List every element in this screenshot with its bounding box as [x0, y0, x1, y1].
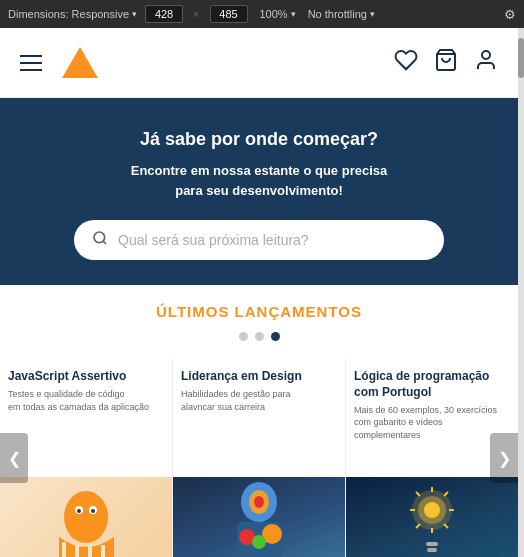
book-image-1 [0, 477, 172, 557]
book-card-2-info: Liderança em Design Habilidades de gestã… [173, 359, 345, 477]
dimensions-chevron-icon: ▾ [132, 9, 137, 19]
book-title-1: JavaScript Assertivo [8, 369, 164, 385]
book-title-3: Lógica de programaçãocom Portugol [354, 369, 510, 400]
height-input[interactable] [210, 5, 248, 23]
svg-point-4 [64, 491, 108, 543]
dimension-separator: × [193, 8, 199, 20]
hero-subtitle: Encontre em nossa estante o que precisap… [20, 161, 498, 200]
book-title-2: Liderança em Design [181, 369, 337, 385]
svg-point-1 [482, 51, 490, 59]
book-figure-3 [405, 482, 460, 557]
zoom-label: 100% [260, 8, 288, 20]
svg-line-3 [103, 241, 106, 244]
devtools-toolbar: Dimensions: Responsive ▾ × 100% ▾ No thr… [0, 0, 524, 28]
dot-1[interactable] [239, 332, 248, 341]
book-image-2 [173, 477, 345, 557]
hamburger-line-1 [20, 55, 42, 57]
browser-viewport: Já sabe por onde começar? Encontre em no… [0, 28, 524, 557]
svg-rect-20 [427, 548, 437, 552]
cart-icon[interactable] [434, 48, 458, 78]
svg-point-11 [254, 496, 264, 508]
book-card-2[interactable]: Liderança em Design Habilidades de gestã… [173, 359, 345, 557]
throttle-selector[interactable]: No throttling ▾ [308, 8, 375, 20]
dimensions-selector[interactable]: Dimensions: Responsive ▾ [8, 8, 137, 20]
throttle-chevron-icon: ▾ [370, 9, 375, 19]
nav-icon-group [394, 48, 498, 78]
search-placeholder-text: Qual será sua próxima leitura? [118, 232, 309, 248]
site-navbar [0, 28, 518, 98]
carousel-prev-button[interactable]: ❮ [0, 433, 28, 483]
toolbar-right-section: ⚙ [504, 7, 516, 22]
svg-point-15 [252, 535, 266, 549]
book-figure-2 [227, 482, 292, 557]
hamburger-line-3 [20, 69, 42, 71]
book-image-3 [346, 477, 518, 557]
svg-point-7 [77, 509, 81, 513]
section-title: ÚLTIMOS LANÇAMENTOS [0, 303, 518, 320]
logo-icon[interactable] [62, 47, 98, 78]
carousel-next-button[interactable]: ❯ [490, 433, 518, 483]
wishlist-icon[interactable] [394, 48, 418, 78]
book-mascot-1 [59, 482, 114, 557]
books-carousel: ❮ JavaScript Assertivo Testes e qualidad… [0, 359, 518, 557]
hero-section: Já sabe por onde começar? Encontre em no… [0, 98, 518, 285]
search-icon [92, 230, 108, 250]
settings-icon[interactable]: ⚙ [504, 7, 516, 22]
page-scrollbar[interactable] [518, 28, 524, 557]
svg-rect-19 [426, 542, 438, 546]
width-input[interactable] [145, 5, 183, 23]
svg-point-18 [424, 502, 440, 518]
dot-3[interactable] [271, 332, 280, 341]
content-wrapper: Já sabe por onde começar? Encontre em no… [0, 28, 524, 557]
zoom-chevron-icon: ▾ [291, 9, 296, 19]
hero-title: Já sabe por onde começar? [20, 128, 498, 151]
throttle-label: No throttling [308, 8, 367, 20]
svg-point-2 [94, 232, 105, 243]
scrollbar-thumb[interactable] [518, 38, 524, 78]
svg-point-8 [91, 509, 95, 513]
book-desc-1: Testes e qualidade de códigoem todas as … [8, 388, 164, 413]
search-bar[interactable]: Qual será sua próxima leitura? [74, 220, 444, 260]
zoom-selector[interactable]: 100% ▾ [260, 8, 296, 20]
account-icon[interactable] [474, 48, 498, 78]
hamburger-line-2 [20, 62, 42, 64]
ultimos-section: ÚLTIMOS LANÇAMENTOS [0, 285, 518, 359]
book-desc-3: Mais de 60 exemplos, 30 exercícios com g… [354, 404, 510, 442]
book-desc-2: Habilidades de gestão paraalavncar sua c… [181, 388, 337, 413]
hamburger-menu-button[interactable] [20, 55, 42, 71]
dot-2[interactable] [255, 332, 264, 341]
page-content: Já sabe por onde começar? Encontre em no… [0, 28, 518, 557]
dimensions-label: Dimensions: Responsive [8, 8, 129, 20]
carousel-dots [0, 332, 518, 341]
